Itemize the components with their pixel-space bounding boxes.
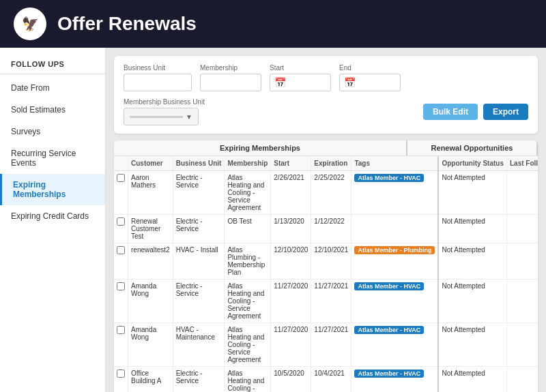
- col-business-unit[interactable]: Business Unit: [173, 156, 225, 171]
- cell-last-follow-up: [507, 280, 538, 323]
- bulk-edit-button[interactable]: Bulk Edit: [423, 104, 478, 120]
- cell-customer: Aaron Mathers: [128, 171, 173, 215]
- cell-business-unit: HVAC - Install: [173, 243, 225, 280]
- sidebar-item-expiring-credit-cards[interactable]: Expiring Credit Cards: [0, 205, 105, 227]
- col-membership[interactable]: Membership: [225, 156, 271, 171]
- cell-tags: Atlas Member - HVAC: [351, 171, 439, 215]
- sidebar-nav: Date FromSold EstimatesSurveysRecurring …: [0, 77, 105, 227]
- col-check: [114, 156, 128, 171]
- table-row: Aaron MathersElectric - ServiceAtlas Hea…: [114, 171, 538, 215]
- cell-expiration: 2/25/2022: [311, 171, 351, 215]
- table-group-headers: Expiring Memberships Renewal Opportuniti…: [114, 140, 538, 156]
- main-table-container: Expiring Memberships Renewal Opportuniti…: [114, 140, 538, 392]
- row-checkbox[interactable]: [117, 370, 125, 378]
- membership-field: Membership: [200, 64, 261, 91]
- cell-start: 11/27/2020: [271, 323, 311, 367]
- cell-membership: Atlas Heating and Cooling - Service Agre…: [225, 367, 271, 393]
- col-start[interactable]: Start: [271, 156, 311, 171]
- col-opportunity-status[interactable]: Opportunity Status: [438, 156, 506, 171]
- chevron-down-icon: ▼: [186, 113, 192, 121]
- cell-opportunity-status: Not Attempted: [438, 215, 506, 243]
- cell-business-unit: Electric - Service: [173, 215, 225, 243]
- cell-opportunity-status: Not Attempted: [438, 323, 506, 367]
- cell-opportunity-status: Not Attempted: [438, 280, 506, 323]
- start-label: Start: [270, 64, 331, 72]
- row-checkbox[interactable]: [117, 326, 125, 334]
- cell-business-unit: Electric - Service: [173, 367, 225, 393]
- main-layout: FOLLOW UPS Date FromSold EstimatesSurvey…: [0, 48, 546, 392]
- sidebar-item-recurring-service-events[interactable]: Recurring Service Events: [0, 142, 105, 174]
- col-tags[interactable]: Tags: [351, 156, 439, 171]
- cell-membership: Atlas Plumbing - Membership Plan: [225, 243, 271, 280]
- app-header: 🦅 Offer Renewals: [0, 0, 546, 48]
- cell-tags: Atlas Member - HVAC: [351, 323, 439, 367]
- export-button[interactable]: Export: [483, 104, 528, 120]
- cell-customer: renewaltest2: [128, 243, 173, 280]
- cell-start: 11/27/2020: [271, 280, 311, 323]
- membership-bu-field: Membership Business Unit ▼: [124, 98, 205, 125]
- business-unit-input[interactable]: [124, 74, 192, 91]
- cell-tags: Atlas Member - HVAC: [351, 280, 439, 323]
- row-checkbox[interactable]: [117, 217, 125, 226]
- sidebar: FOLLOW UPS Date FromSold EstimatesSurvey…: [0, 48, 106, 392]
- filter-row-1: Business Unit Membership Start 📅 End: [124, 64, 528, 91]
- cell-start: 10/5/2020: [271, 367, 311, 393]
- cell-start: 2/26/2021: [271, 171, 311, 215]
- end-label: End: [339, 64, 401, 72]
- sidebar-section-title: FOLLOW UPS: [0, 55, 105, 71]
- membership-bu-select[interactable]: ▼: [124, 108, 199, 125]
- membership-input[interactable]: [200, 74, 261, 91]
- cell-membership: Atlas Heating and Cooling - Service Agre…: [225, 171, 271, 215]
- group-header-renewal: Renewal Opportunities: [407, 140, 538, 155]
- page-title: Offer Renewals: [57, 13, 197, 35]
- sidebar-divider: [0, 74, 105, 74]
- tag-badge: Atlas Member - HVAC: [354, 174, 424, 182]
- sidebar-item-expiring-memberships[interactable]: Expiring Memberships: [0, 174, 105, 205]
- cell-business-unit: Electric - Service: [173, 171, 225, 215]
- filter-panel: Business Unit Membership Start 📅 End: [114, 56, 538, 134]
- cell-business-unit: Electric - Service: [173, 280, 225, 323]
- business-unit-label: Business Unit: [124, 64, 192, 72]
- tag-badge: Atlas Member - HVAC: [354, 370, 424, 378]
- sidebar-item-surveys[interactable]: Surveys: [0, 121, 105, 142]
- cell-customer: Amanda Wong: [128, 280, 173, 323]
- cell-tags: Atlas Member - HVAC: [351, 367, 439, 393]
- cell-expiration: 12/10/2021: [311, 243, 351, 280]
- cell-last-follow-up: [507, 243, 538, 280]
- data-table: Customer Business Unit Membership Start …: [114, 156, 538, 392]
- start-date-input[interactable]: 📅: [270, 74, 331, 91]
- row-checkbox[interactable]: [117, 246, 125, 254]
- group-header-expiring: Expiring Memberships: [114, 140, 407, 155]
- cell-membership: Atlas Heating and Cooling - Service Agre…: [225, 323, 271, 367]
- sidebar-item-date-from[interactable]: Date From: [0, 77, 105, 99]
- membership-bu-label: Membership Business Unit: [124, 98, 205, 106]
- col-expiration[interactable]: Expiration: [311, 156, 351, 171]
- tag-badge: Atlas Member - HVAC: [354, 282, 424, 290]
- table-body: Aaron MathersElectric - ServiceAtlas Hea…: [114, 171, 538, 393]
- content-area: Business Unit Membership Start 📅 End: [106, 48, 546, 392]
- table-column-headers: Customer Business Unit Membership Start …: [114, 156, 538, 171]
- row-checkbox[interactable]: [117, 282, 125, 290]
- cell-customer: Office Building A: [128, 367, 173, 393]
- table-row: renewaltest2HVAC - InstallAtlas Plumbing…: [114, 243, 538, 280]
- logo-icon: 🦅: [22, 16, 39, 32]
- row-checkbox[interactable]: [117, 174, 125, 182]
- tag-badge: Atlas Member - Plumbing: [354, 246, 435, 254]
- end-calendar-icon: 📅: [344, 77, 356, 88]
- table-row: Renewal Customer TestElectric - ServiceO…: [114, 215, 538, 243]
- cell-customer: Renewal Customer Test: [128, 215, 173, 243]
- action-buttons: Bulk Edit Export: [423, 104, 528, 120]
- col-customer[interactable]: Customer: [128, 156, 173, 171]
- logo: 🦅: [14, 7, 46, 40]
- table-row: Amanda WongHVAC - MaintenanceAtlas Heati…: [114, 323, 538, 367]
- tag-badge: Atlas Member - HVAC: [354, 326, 424, 334]
- table-row: Office Building AElectric - ServiceAtlas…: [114, 367, 538, 393]
- cell-expiration: 11/27/2021: [311, 280, 351, 323]
- cell-last-follow-up: [507, 171, 538, 215]
- cell-membership: OB Test: [225, 215, 271, 243]
- cell-last-follow-up: [507, 367, 538, 393]
- cell-opportunity-status: Not Attempted: [438, 171, 506, 215]
- end-date-input[interactable]: 📅: [339, 74, 401, 91]
- sidebar-item-sold-estimates[interactable]: Sold Estimates: [0, 99, 105, 121]
- col-last-follow-up[interactable]: Last Follow Up Date: [507, 156, 538, 171]
